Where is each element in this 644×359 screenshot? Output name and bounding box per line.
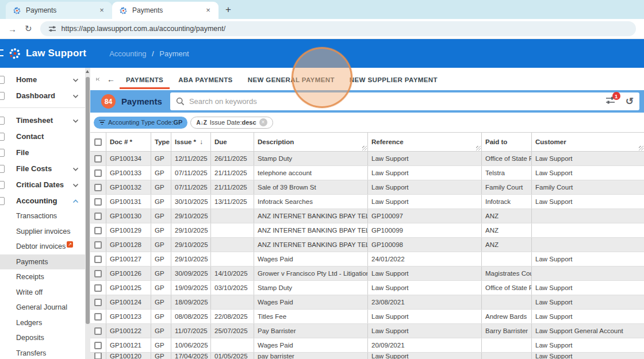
row-checkbox[interactable] xyxy=(94,169,102,177)
table-row[interactable]: GP100120GP17/04/202501/05/2025pay barris… xyxy=(90,353,644,359)
sidebar-item-label: Accounting xyxy=(16,196,72,205)
tab-new-supplier-payment[interactable]: NEW SUPPLIER PAYMENT xyxy=(343,70,444,89)
sidebar-item-label: Write off xyxy=(16,288,43,296)
sidebar-item-contact[interactable]: Contact xyxy=(0,128,85,144)
column-header-doc[interactable]: Doc # * xyxy=(106,133,151,151)
column-header-due[interactable]: Due xyxy=(211,133,254,151)
scrollbar-thumb[interactable] xyxy=(86,77,90,324)
sidebar-item-transfers[interactable]: Transfers xyxy=(0,346,85,359)
sidebar-item-debtor-invoices[interactable]: Debtor invoices↗ xyxy=(0,239,85,254)
table-row[interactable]: GP100131GP30/10/202513/11/2025Infotrack … xyxy=(90,195,644,209)
new-tab-button[interactable]: + xyxy=(225,4,231,16)
browser-tab[interactable]: Payments× xyxy=(6,2,112,19)
tab-close-icon[interactable]: × xyxy=(97,6,106,15)
sidebar-item-general-journal[interactable]: General Journal xyxy=(0,300,85,315)
row-checkbox[interactable] xyxy=(94,227,102,234)
table-row[interactable]: GP100121GP10/06/2025Wages Paid20/09/2021… xyxy=(90,338,644,353)
filter-chip-issue-date[interactable]: A↓ZIssue Date:desc× xyxy=(190,117,273,129)
row-checkbox[interactable] xyxy=(94,256,102,263)
table-row[interactable]: GP100127GP29/10/2025Wages Paid24/01/2022… xyxy=(90,252,644,267)
brand-logo[interactable]: Law Support xyxy=(8,47,86,60)
doc-cell: GP100129 xyxy=(106,223,151,237)
table-row[interactable]: GP100123GP08/08/202522/08/2025Titles Fee… xyxy=(90,310,644,324)
table-row[interactable]: GP100132GP07/11/202521/11/2025Sale of 39… xyxy=(90,180,644,195)
sidebar-item-dashboard[interactable]: Dashboard xyxy=(0,87,85,103)
table-row[interactable]: GP100134GP12/11/202526/11/2025Stamp Duty… xyxy=(90,152,644,166)
table-row[interactable]: GP100128GP29/10/2025ANZ INTERNET BANKING… xyxy=(90,238,644,252)
chevron-wrap xyxy=(72,180,79,189)
sidebar-item-write-off[interactable]: Write off xyxy=(0,285,85,300)
reload-icon[interactable]: ↻ xyxy=(25,24,32,34)
row-checkbox[interactable] xyxy=(94,342,102,349)
row-checkbox[interactable] xyxy=(94,353,102,359)
search-input[interactable] xyxy=(189,97,601,106)
row-checkbox[interactable] xyxy=(94,198,102,206)
sidebar-item-transactions[interactable]: Transactions xyxy=(0,209,85,224)
chip-close-icon[interactable]: × xyxy=(259,118,267,126)
row-checkbox[interactable] xyxy=(94,313,102,321)
column-resize-handle[interactable] xyxy=(639,146,643,150)
scroll-up-arrow-icon[interactable] xyxy=(86,70,89,73)
type-cell: GP xyxy=(151,281,171,295)
breadcrumb-section[interactable]: Accounting xyxy=(109,49,146,58)
sidebar-item-file[interactable]: File xyxy=(0,144,85,160)
url-field[interactable]: https://app.lawsupport.com.au/accounting… xyxy=(40,21,636,36)
row-checkbox[interactable] xyxy=(94,213,102,220)
paid-to-cell: Barry Barrister xyxy=(482,324,532,338)
table-row[interactable]: GP100133GP07/11/202521/11/2025telephone … xyxy=(90,166,644,180)
tab-payments[interactable]: PAYMENTS xyxy=(120,70,170,89)
tab-close-icon[interactable]: × xyxy=(204,6,213,15)
paid-to-cell: Infotrack xyxy=(482,195,532,209)
column-header-label: Type * xyxy=(155,138,171,145)
row-checkbox[interactable] xyxy=(94,184,102,191)
tab-aba-payments[interactable]: ABA PAYMENTS xyxy=(172,70,239,89)
row-checkbox[interactable] xyxy=(94,284,102,292)
sidebar-item-receipts[interactable]: Receipts xyxy=(0,269,85,285)
forward-icon[interactable]: → xyxy=(8,24,17,34)
issue-cell: 30/09/2025 xyxy=(171,267,211,280)
sidebar-item-payments[interactable]: Payments xyxy=(0,254,85,270)
table-row[interactable]: GP100129GP29/10/2025ANZ INTERNET BANKING… xyxy=(90,223,644,238)
history-icon[interactable]: ↺ xyxy=(626,95,634,107)
table-row[interactable]: GP100130GP29/10/2025ANZ INTERNET BANKING… xyxy=(90,209,644,223)
row-checkbox[interactable] xyxy=(94,327,102,335)
sidebar-item-label: Debtor invoices xyxy=(16,242,66,250)
table-row[interactable]: GP100122GP11/07/202525/07/2025Pay Barris… xyxy=(90,324,644,338)
column-header-paid-to[interactable]: Paid to xyxy=(482,133,532,151)
column-resize-handle[interactable] xyxy=(362,146,367,150)
row-checkbox[interactable] xyxy=(94,270,102,277)
back-arrow-icon[interactable]: ← xyxy=(105,75,117,84)
description-cell: Pay Barrister xyxy=(254,324,368,338)
row-checkbox[interactable] xyxy=(94,155,102,163)
browser-tab[interactable]: Payments× xyxy=(112,2,218,19)
filter-chip-accounting-type-code[interactable]: Accounting Type Code:GP xyxy=(94,117,187,129)
sidebar-item-supplier-invoices[interactable]: Supplier invoices xyxy=(0,224,85,240)
filter-settings-button[interactable]: 1 xyxy=(605,96,615,107)
select-all-checkbox[interactable] xyxy=(94,138,102,146)
sidebar-item-home[interactable]: Home xyxy=(0,71,85,87)
column-header-customer[interactable]: Customer xyxy=(532,133,644,151)
site-settings-icon[interactable] xyxy=(48,25,56,33)
sidebar-scrollbar[interactable] xyxy=(85,68,90,359)
table-row[interactable]: GP100125GP19/09/202503/10/2025Stamp Duty… xyxy=(90,281,644,295)
menu-icon[interactable] xyxy=(0,49,3,56)
chevron-down-icon xyxy=(72,119,79,123)
column-header-reference[interactable]: Reference xyxy=(368,133,482,151)
sidebar-item-accounting[interactable]: Accounting xyxy=(0,192,85,209)
sidebar-item-file-costs[interactable]: File Costs xyxy=(0,160,85,176)
tab-new-general-payment[interactable]: NEW GENERAL PAYMENT xyxy=(241,70,341,89)
table-row[interactable]: GP100124GP18/09/2025Wages Paid23/08/2021… xyxy=(90,295,644,310)
column-header-issue[interactable]: Issue *↓ xyxy=(171,133,211,151)
row-checkbox[interactable] xyxy=(94,241,102,249)
sidebar-item-deposits[interactable]: Deposits xyxy=(0,330,85,346)
sidebar-item-ledgers[interactable]: Ledgers xyxy=(0,315,85,331)
first-page-icon[interactable] xyxy=(94,75,102,83)
column-header-description[interactable]: Description xyxy=(254,133,368,151)
sidebar-item-timesheet[interactable]: Timesheet xyxy=(0,112,85,128)
paid-to-cell: Magistrates Court xyxy=(482,267,532,280)
row-checkbox[interactable] xyxy=(94,299,102,306)
sidebar-item-critical-dates[interactable]: Critical Dates xyxy=(0,176,85,192)
table-row[interactable]: GP100126GP30/09/202514/10/2025Grower v F… xyxy=(90,267,644,281)
column-resize-handle[interactable] xyxy=(476,146,481,150)
column-header-type[interactable]: Type * xyxy=(151,133,171,151)
